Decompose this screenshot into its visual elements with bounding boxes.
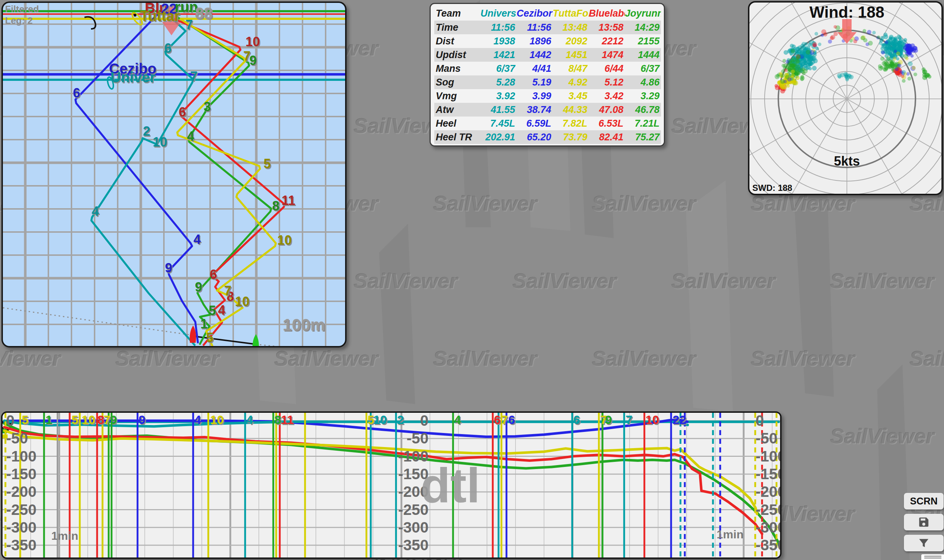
start-line-extension [3, 308, 190, 335]
wind-scatter-dot [893, 42, 898, 47]
app-window: { "colors":{ "teal":"#009fa6","blue":"#2… [0, 0, 944, 560]
wind-scatter-dot [791, 70, 795, 74]
table-cell: 3.99 [517, 89, 553, 103]
table-cell: 6/37 [625, 62, 661, 75]
boat-name-label: 88 [195, 4, 213, 22]
table-cell: 7.45L [480, 117, 517, 130]
minute-scale-label: 1min [716, 528, 744, 541]
wind-scatter-dot [884, 47, 888, 51]
event-number: 9 [605, 413, 612, 426]
wind-scatter-dot [883, 32, 888, 37]
table-cell: 7.21L [625, 117, 661, 130]
table-cell: 14:29 [625, 21, 661, 34]
dtl-chart[interactable]: 5511551010887799994410104488111155101022… [3, 413, 780, 557]
screenshot-button-label: SCRN [910, 496, 938, 507]
y-axis-label: -50 [756, 430, 778, 447]
y-axis-label: -100 [398, 448, 428, 465]
table-header-Bluelabe[interactable]: Bluelabe [589, 6, 625, 21]
table-cell: 1421 [480, 48, 517, 62]
y-axis-label: -200 [398, 483, 428, 500]
save-button[interactable] [904, 514, 944, 531]
event-number: 22 [673, 413, 686, 426]
wind-scatter-dot [908, 62, 913, 66]
table-header-Universi[interactable]: Universi [480, 6, 517, 21]
watermark-text: SailViewer [592, 346, 696, 371]
table-header-TuttaFor[interactable]: TuttaFor [553, 6, 589, 21]
watermark-text: SailViewer [274, 346, 378, 371]
event-number: 4 [194, 413, 201, 426]
track-number: 5 [206, 330, 213, 345]
table-header-Cezibord[interactable]: Cezibord [517, 6, 553, 21]
wind-scatter-dot [910, 54, 914, 57]
start-buoy-starboard [253, 334, 259, 346]
y-axis-label: -350 [6, 537, 37, 554]
wind-scatter-dot [879, 42, 882, 45]
track-number: 10 [277, 233, 292, 248]
y-axis-label: -350 [398, 537, 428, 554]
track-number: 5 [209, 303, 216, 318]
table-cell: 3.42 [589, 89, 625, 103]
table-cell: 5.28 [480, 75, 517, 89]
menu-icon [924, 556, 941, 557]
wind-scatter-dot [818, 43, 822, 46]
event-number: 6 [508, 413, 515, 426]
table-cell: 13:58 [589, 21, 625, 34]
start-line-extension [256, 344, 317, 346]
wind-scatter-dot [784, 50, 788, 55]
race-map-panel[interactable]: 7766772210104466449910106611116688449933… [2, 2, 346, 348]
table-cell: Vmg [434, 89, 480, 103]
stats-table-panel: TeamUniversiCezibordTuttaForBluelabeJoyr… [430, 3, 665, 146]
screenshot-button[interactable]: SCRN [904, 493, 944, 509]
table-cell: 6/44 [589, 62, 625, 75]
table-header-Team[interactable]: Team [434, 6, 480, 21]
table-cell: 41.55 [480, 103, 517, 117]
menu-button-partial[interactable] [921, 554, 944, 560]
table-header-Joyrunne[interactable]: Joyrunne [625, 6, 661, 21]
watermark-text: SailViewer [592, 191, 696, 215]
wind-scatter-dot [812, 42, 817, 47]
table-cell: Sog [434, 75, 480, 89]
wind-scatter-dot [796, 54, 801, 59]
event-number: 6 [573, 413, 580, 426]
wind-scatter-dot [898, 63, 901, 68]
track-number: 2 [143, 124, 150, 138]
wind-scatter-dot [787, 85, 790, 88]
race-map[interactable]: 7766772210104466449910106611116688449933… [3, 3, 345, 346]
wind-scatter-dot [812, 66, 816, 70]
table-cell: Time [434, 21, 480, 34]
table-cell: Dist [434, 34, 480, 48]
wind-polar-panel: Wind: 1885ktsSWD: 188 [748, 1, 943, 195]
table-cell: 202.91 [480, 130, 517, 144]
table-cell: 82.41 [589, 130, 625, 144]
wind-scatter-dot [787, 68, 791, 71]
wind-scatter-dot [779, 72, 782, 75]
event-number: 5 [71, 413, 79, 426]
event-number: 7 [501, 413, 508, 426]
watermark-text: SailViewer [830, 424, 934, 448]
dtl-chart-panel[interactable]: 5511551010887799994410104488111155101022… [1, 411, 782, 559]
track-number: 11 [282, 193, 295, 208]
wind-scatter-dot [877, 35, 880, 38]
track-number: 7 [243, 49, 251, 63]
track-number: 4 [92, 204, 99, 218]
y-axis-label: -200 [756, 483, 780, 500]
y-axis-label: -150 [6, 465, 37, 482]
table-cell: Updist [434, 48, 480, 62]
watermark-text: SailViewer [671, 269, 775, 293]
wind-scatter-dot [784, 69, 788, 72]
table-cell: 73.79 [553, 130, 589, 144]
wind-speed-ring-label: 5kts [834, 154, 860, 169]
table-cell: 3.45 [553, 89, 589, 103]
wind-scatter-dot [808, 54, 812, 58]
y-axis-label: -200 [6, 483, 37, 500]
boat-dot [134, 14, 137, 17]
watermark-text: SailViewer [513, 269, 617, 293]
boat-name-label: Tuttar [140, 8, 180, 24]
wind-scatter-dot [883, 60, 888, 65]
table-cell: 4/41 [517, 62, 553, 75]
filter-button[interactable] [904, 535, 944, 551]
event-number: 6 [494, 413, 501, 426]
map-scale-label: 100m [283, 315, 325, 334]
wind-scatter-dot [888, 43, 892, 46]
wind-scatter-dot [801, 52, 805, 57]
